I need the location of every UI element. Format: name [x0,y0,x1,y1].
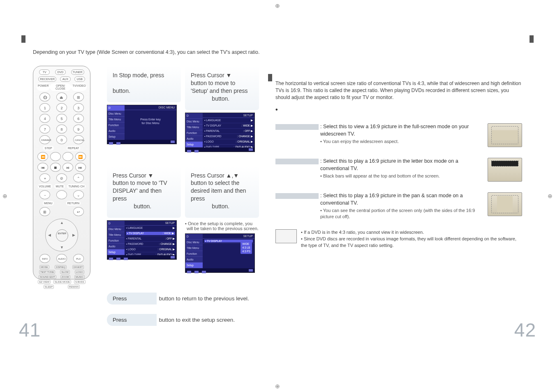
remote-btn-info[interactable]: INFO [39,254,50,263]
reg-mark-right: ⊕ [548,193,553,199]
remote-digit-8[interactable]: 8 [56,125,67,134]
option-wide-text: : Select this to view a 16:9 picture in … [320,124,469,137]
remote-btn-tuneup[interactable]: ⌃ [73,173,84,182]
remote-btn-return[interactable]: ↩ [73,207,84,216]
remote-label-power: POWER [37,83,50,91]
cursor-down-icon: ▼ [226,71,232,79]
intro-text: Depending on your TV type (Wide Screen o… [33,49,260,55]
remote-btn-mute[interactable]: ⊘ [56,173,67,182]
remote-dpad[interactable]: ▲ ▼ ◀ ▶ ENTER [45,219,78,251]
option-wide: : Select this to view a 16:9 picture in … [275,123,522,147]
remote-digit-3[interactable]: 3 [73,103,84,112]
remote-btn-pl2[interactable]: PLII [73,254,84,263]
tab-stripe-mid [268,74,272,81]
osd-step4: D Disc MenuTitle Menu FunctionAudioSetup… [185,233,255,273]
remote-label-volume: VOLUME [38,184,53,189]
remote-label-open: OPEN/ CLOSE [50,83,71,91]
osd-tv-display-options: WIDE 4:3 LB 4:3 PS [240,241,252,254]
option-lb-sub: • Black bars will appear at the top and … [320,173,484,179]
remote-btn-play[interactable]: ⏯ [62,163,73,172]
remote-digit-0[interactable]: 0 [56,135,67,144]
cursor-right-icon[interactable]: ▶ [72,233,75,237]
cursor-down-icon[interactable]: ▼ [60,245,64,249]
cursor-up-icon[interactable]: ▲ [60,221,64,225]
remote-btn-dimmer[interactable]: DIMMER [39,135,50,144]
remote-btn-repeat[interactable] [62,152,73,161]
tab-stripe-left [21,35,25,43]
remote-btn-menu[interactable]: ⊞ [39,207,50,216]
remote-btn-enter[interactable]: ENTER [56,229,68,242]
remote-label-tvvideo: TV/VIDEO [71,83,87,91]
reg-mark-left: ⊕ [2,193,7,199]
aspect-intro: The horizontal to vertical screen size r… [275,80,522,101]
note-line1: • If a DVD is in the 4:3 ratio, you cann… [301,229,522,236]
remote-btn-tuner[interactable]: TUNER [71,69,84,75]
remote-label-menu: MENU [43,201,54,205]
remote-btn-ff[interactable]: ⏩ [75,152,86,161]
option-label-bar [275,124,319,130]
remote-btn-stop[interactable]: ⏹ [50,163,61,172]
thumb-wide-icon [488,123,522,147]
cursor-updown-icon: ▲,▼ [226,172,239,179]
remote-btn-audio[interactable]: AUDIO [56,254,67,263]
remote-digit-4[interactable]: 4 [39,114,50,123]
remote-btn-blank[interactable] [56,190,67,199]
osd-step3: D Disc MenuTitle Menu FunctionAudioSetup… [107,220,177,260]
step2-text: Press Cursor ▼ button to move to 'Setup'… [185,66,259,110]
press-label: Press [113,317,127,323]
step4-text: Press Cursor ▲,▼ button to select the de… [185,166,259,218]
remote-btn-tunedn[interactable]: ⌄ [73,190,84,199]
reg-mark-bottom: ⊕ [275,383,280,390]
remote-digit-1[interactable]: 1 [39,103,50,112]
remote-btn-usb[interactable]: USB [74,76,85,82]
remote-btn-rew[interactable]: ⏪ [37,152,48,161]
remote-btn-volup[interactable]: ＋ [39,173,50,182]
remote-btn-prev[interactable]: ⏮ [37,163,48,172]
remote-btn-receiver[interactable]: RECEIVER [38,76,56,82]
remote-digit-6[interactable]: 6 [73,114,84,123]
remote-digit-2[interactable]: 2 [56,103,67,112]
remote-digit-5[interactable]: 5 [56,114,67,123]
remote-label-mute: MUTE [54,184,65,189]
remote-btn-voldn[interactable]: － [39,190,50,199]
option-lb-text: : Select this to play a 16:9 picture in … [320,158,458,171]
remote-label-return: RETURN [66,201,81,205]
remote-label-tuning: TUNING CH [67,184,86,189]
remote-btn-tvvideo[interactable]: ⊞ [73,92,84,101]
thumb-letterbox-icon [488,158,522,182]
option-ps-sub: • You can see the central portion of the… [320,208,484,220]
option-label-bar [275,193,319,199]
option-letterbox: : Select this to play a 16:9 picture in … [275,158,522,182]
remote-btn-next[interactable]: ⏭ [75,163,86,172]
note-line2: • Since DVD discs are recorded in variou… [301,236,522,249]
thumb-panscan-icon [488,192,522,216]
action-return-rest: button to return to the previous level. [157,295,249,302]
osd-step1: D Disc MenuTitle Menu FunctionAudioSetup… [107,105,177,144]
step4-note: • Once the setup is complete, you will b… [185,221,259,231]
press-label: Press [113,295,127,302]
page-number-right: 42 [514,321,536,339]
steps-area: In Stop mode, press MENU button. D Disc … [107,66,263,279]
tab-stripe-right [530,35,534,43]
note-block: • If a DVD is in the 4:3 ratio, you cann… [275,229,522,249]
remote-digit-9[interactable]: 9 [73,125,84,134]
step3-text: Press Cursor ▼ button to move to 'TV DIS… [107,166,181,218]
page-number-left: 41 [19,321,41,339]
action-exit: Press button to exit the setup screen. [107,314,280,326]
remote-btn-dvd[interactable]: DVD [55,69,66,75]
cursor-left-icon[interactable]: ◀ [48,233,51,237]
remote-btn-open[interactable]: ⏏ [56,92,67,101]
remote-label-grid: MOSEDSP/EQDIGESTTEST TONE SLOWLOGOSOUND … [37,265,87,289]
remote-btn-power[interactable]: ⏻ [39,92,50,101]
remote-btn-cancel[interactable]: CANCEL [73,135,84,144]
remote-label-repeat: REPEAT [67,146,81,150]
remote-digit-7[interactable]: 7 [39,125,50,134]
cursor-down-icon: ▼ [148,172,154,179]
remote-btn-tv[interactable]: TV [39,69,50,75]
osd-step2: D Disc MenuTitle Menu FunctionAudioSetup… [185,113,255,152]
reg-mark-top: ⊕ [275,2,280,9]
option-label-bar [275,159,319,164]
remote-btn-step[interactable] [50,152,61,161]
action-exit-rest: button to exit the setup screen. [157,317,235,323]
remote-btn-aux[interactable]: AUX [60,76,71,82]
